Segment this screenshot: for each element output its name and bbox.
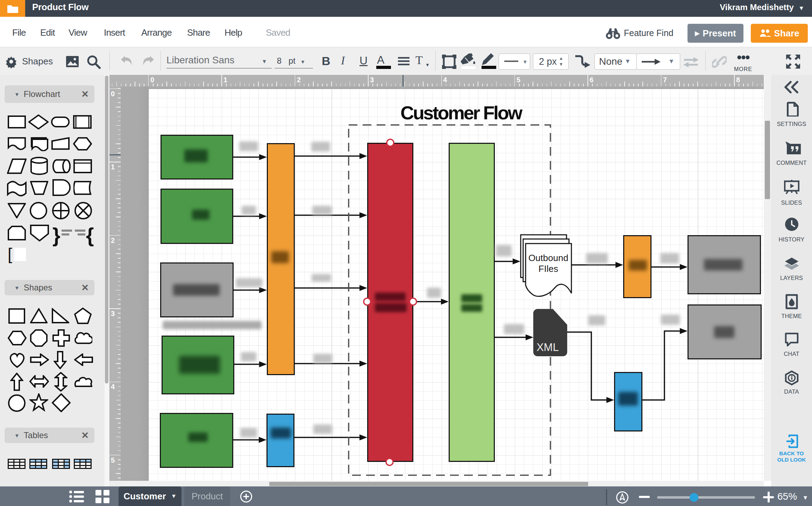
svg-text:Outbound: Outbound	[528, 253, 568, 263]
svg-text:FIles: FIles	[539, 263, 558, 274]
svg-text:XML: XML	[536, 341, 559, 353]
